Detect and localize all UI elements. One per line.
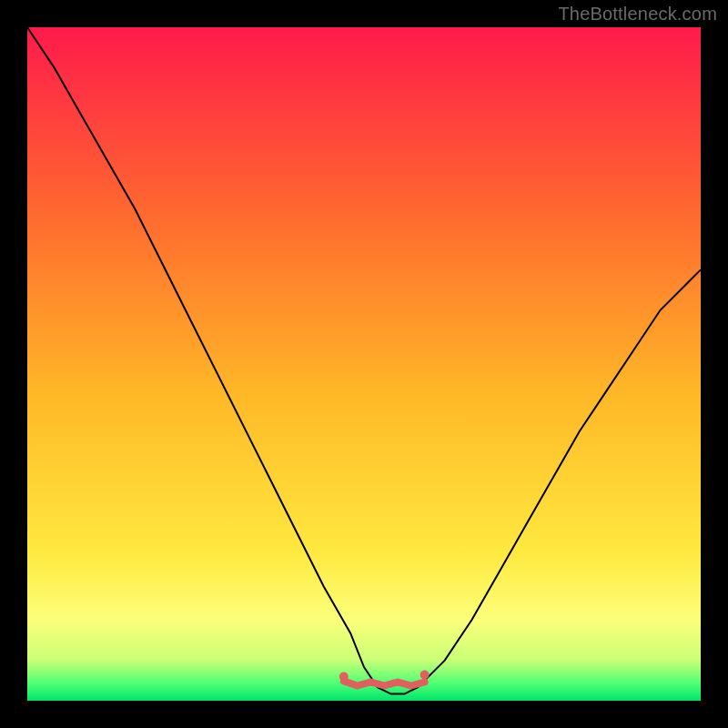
highlight-dot <box>420 671 430 680</box>
plot-background <box>27 27 701 701</box>
watermark-label: TheBottleneck.com <box>558 4 717 25</box>
chart-container: TheBottleneck.com <box>0 0 728 728</box>
bottleneck-chart <box>0 0 728 728</box>
highlight-dot <box>339 672 349 682</box>
